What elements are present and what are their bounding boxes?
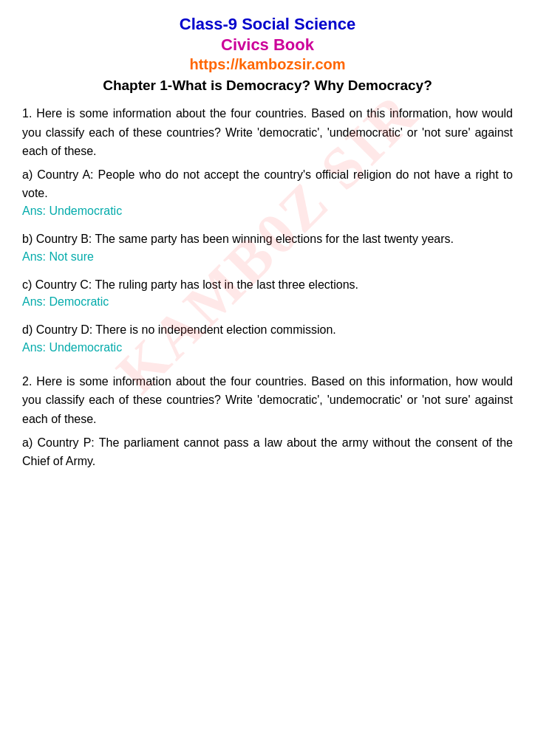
sub-question-1b-text: b) Country B: The same party has been wi…	[22, 230, 513, 249]
sub-question-2a: a) Country P: The parliament cannot pass…	[22, 433, 513, 471]
answer-1d: Ans: Undemocratic	[22, 341, 513, 354]
sub-question-1a-text: a) Country A: People who do not accept t…	[22, 165, 513, 203]
url-label: https://kambozsir.com	[22, 56, 513, 73]
sub-question-2a-text: a) Country P: The parliament cannot pass…	[22, 433, 513, 471]
page-header: Class-9 Social Science Civics Book https…	[22, 15, 513, 94]
sub-question-1d-text: d) Country D: There is no independent el…	[22, 320, 513, 340]
sub-question-1d: d) Country D: There is no independent el…	[22, 320, 513, 354]
sub-question-1b: b) Country B: The same party has been wi…	[22, 230, 513, 264]
page-content: KAMB0Z SIR Class-9 Social Science Civics…	[22, 15, 513, 471]
question-2: 2. Here is some information about the fo…	[22, 372, 513, 471]
question-1-text: 1. Here is some information about the fo…	[22, 104, 513, 161]
book-label: Civics Book	[22, 35, 513, 55]
class-label: Class-9 Social Science	[22, 15, 513, 34]
sub-question-1c: c) Country C: The ruling party has lost …	[22, 275, 513, 309]
chapter-label: Chapter 1-What is Democracy? Why Democra…	[22, 78, 513, 94]
answer-1a: Ans: Undemocratic	[22, 205, 513, 218]
question-2-text: 2. Here is some information about the fo…	[22, 372, 513, 429]
sub-question-1c-text: c) Country C: The ruling party has lost …	[22, 275, 513, 295]
question-1: 1. Here is some information about the fo…	[22, 104, 513, 354]
answer-1c: Ans: Democratic	[22, 295, 513, 309]
sub-question-1a: a) Country A: People who do not accept t…	[22, 165, 513, 218]
answer-1b: Ans: Not sure	[22, 250, 513, 264]
